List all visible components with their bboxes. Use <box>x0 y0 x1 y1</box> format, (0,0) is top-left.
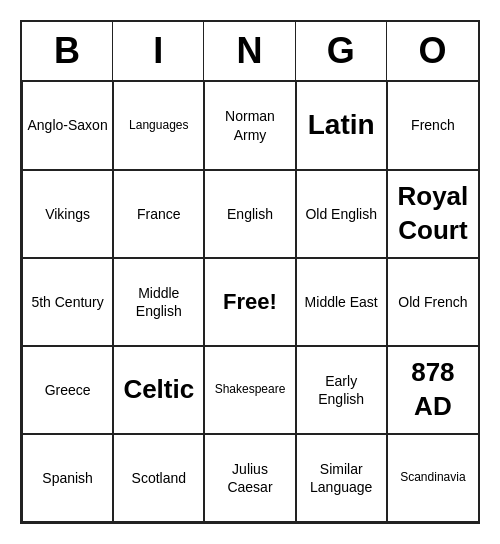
bingo-cell: Vikings <box>22 170 113 258</box>
bingo-cell: Royal Court <box>387 170 478 258</box>
bingo-cell: Latin <box>296 82 387 170</box>
bingo-cell: Shakespeare <box>204 346 295 434</box>
bingo-card: BINGO Anglo-SaxonLanguagesNorman ArmyLat… <box>20 20 480 524</box>
bingo-cell: Free! <box>204 258 295 346</box>
bingo-cell: Old French <box>387 258 478 346</box>
bingo-cell: Norman Army <box>204 82 295 170</box>
bingo-cell: Spanish <box>22 434 113 522</box>
bingo-cell: Celtic <box>113 346 204 434</box>
bingo-cell: Greece <box>22 346 113 434</box>
bingo-cell: Early English <box>296 346 387 434</box>
bingo-cell: Anglo-Saxon <box>22 82 113 170</box>
bingo-cell: 878 AD <box>387 346 478 434</box>
bingo-cell: English <box>204 170 295 258</box>
bingo-cell: Middle East <box>296 258 387 346</box>
bingo-cell: Similar Language <box>296 434 387 522</box>
bingo-cell: French <box>387 82 478 170</box>
bingo-cell: Julius Caesar <box>204 434 295 522</box>
bingo-cell: Old English <box>296 170 387 258</box>
bingo-cell: Middle English <box>113 258 204 346</box>
bingo-cell: Languages <box>113 82 204 170</box>
header-letter: I <box>113 22 204 80</box>
bingo-header: BINGO <box>22 22 478 82</box>
bingo-cell: Scandinavia <box>387 434 478 522</box>
header-letter: G <box>296 22 387 80</box>
bingo-cell: France <box>113 170 204 258</box>
header-letter: B <box>22 22 113 80</box>
bingo-cell: 5th Century <box>22 258 113 346</box>
bingo-grid: Anglo-SaxonLanguagesNorman ArmyLatinFren… <box>22 82 478 522</box>
bingo-cell: Scotland <box>113 434 204 522</box>
header-letter: N <box>204 22 295 80</box>
header-letter: O <box>387 22 478 80</box>
